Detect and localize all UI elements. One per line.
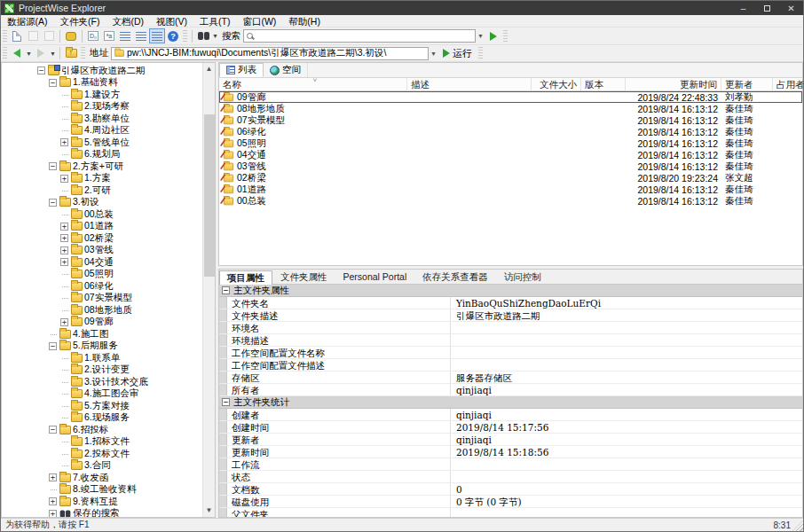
tree-item[interactable]: +02桥梁 (2, 232, 202, 245)
search-input[interactable] (243, 29, 476, 43)
tree-item[interactable]: 6.规划局 (2, 149, 202, 161)
toolbar-grip[interactable] (3, 30, 7, 43)
list-view-button[interactable] (149, 28, 165, 43)
tree-scrollbar[interactable]: ▲ ▼ (202, 63, 215, 517)
tree-item[interactable]: 05照明 (2, 269, 202, 281)
address-input[interactable]: pw:\\JNCJ-BIM:fuwuqi\Documents\引爆区市政道路二期… (111, 47, 429, 60)
menu-item[interactable]: 视图(V) (150, 15, 193, 27)
tree-item[interactable]: −6.招投标 (2, 424, 202, 436)
column-header-描述[interactable]: 描述 (407, 78, 532, 90)
toolbar-grip[interactable] (478, 47, 483, 59)
properties-tab[interactable]: 访问控制 (496, 270, 549, 284)
tree-item[interactable]: +09管廊 (2, 317, 202, 329)
tree-item[interactable]: 2.可研 (2, 184, 202, 197)
search-tool-button[interactable] (195, 28, 211, 43)
menu-item[interactable]: 数据源(A) (1, 15, 54, 27)
tree-item[interactable]: 4.周边社区 (2, 125, 202, 137)
tree-expander-minus-icon[interactable]: − (49, 426, 57, 434)
search-combo-arrow[interactable]: ▼ (476, 30, 485, 42)
column-header-更新时间[interactable]: 更新时间 (626, 78, 721, 90)
tree-expander-plus-icon[interactable]: + (60, 175, 68, 183)
column-header-占用者[interactable]: 占用者 (773, 78, 804, 90)
tree-item[interactable]: +03管线 (2, 245, 202, 257)
tree-item[interactable]: −引爆区市政道路二期 (2, 65, 202, 77)
export-button[interactable] (63, 28, 79, 43)
toolbar-grip[interactable] (3, 47, 7, 59)
tree-expander-minus-icon[interactable]: − (49, 79, 57, 87)
tree-item[interactable]: 5.方案对接 (2, 400, 202, 412)
property-section-header[interactable]: −主文件夹属性 (219, 285, 802, 297)
toolbar-grip[interactable] (503, 30, 508, 43)
tree-item[interactable]: +04交通 (2, 256, 202, 269)
list-item[interactable]: 06绿化2019/8/14 16:13:12秦佳琦 (219, 126, 802, 137)
properties-tab[interactable]: Personal Portal (335, 270, 415, 284)
back-dropdown[interactable]: ▼ (25, 51, 33, 57)
tree-item[interactable]: −2.方案+可研 (2, 160, 202, 173)
properties-tab[interactable]: 文件夹属性 (272, 270, 335, 284)
tree-item[interactable]: −1.基础资料 (2, 77, 202, 90)
tree-scrollbar-track[interactable] (203, 75, 216, 505)
toolbar-grip[interactable] (183, 30, 187, 43)
toolbar-grip[interactable] (81, 47, 85, 59)
minimize-button[interactable]: – (731, 1, 755, 15)
tree-item[interactable]: 08地形地质 (2, 304, 202, 317)
run-button[interactable]: 运行 (438, 46, 477, 60)
close-button[interactable]: ✕ (779, 1, 803, 15)
up-folder-button[interactable] (63, 46, 79, 61)
back-button[interactable] (9, 46, 25, 61)
small-icons-view-button[interactable] (117, 28, 133, 43)
tree-item[interactable]: 2.现场考察 (2, 101, 202, 113)
tree-item[interactable]: 00总装 (2, 208, 202, 221)
properties-tab[interactable]: 依存关系查看器 (414, 270, 496, 284)
tree-item[interactable]: +保存的搜索 (2, 508, 202, 518)
tree-item[interactable]: 3.合同 (2, 460, 202, 473)
menu-item[interactable]: 文档(D) (106, 15, 150, 27)
menu-item[interactable]: 工具(T) (193, 15, 236, 27)
new-document-button[interactable] (9, 28, 25, 43)
tree-expander-plus-icon[interactable]: + (49, 473, 57, 481)
collapse-icon[interactable]: − (222, 286, 230, 294)
tree-item[interactable]: +01道路 (2, 221, 202, 233)
column-header-名称[interactable]: 名称˅ (219, 78, 407, 90)
tree-item[interactable]: 4.施工图会审 (2, 388, 202, 401)
search-run-button[interactable] (485, 28, 501, 43)
tree-item[interactable]: 07实景模型 (2, 293, 202, 305)
tree-item[interactable]: 06绿化 (2, 280, 202, 293)
scroll-down-icon[interactable]: ▼ (203, 505, 216, 517)
tree-item[interactable]: 4.施工图 (2, 328, 202, 340)
properties-tab[interactable]: 项目属性 (219, 270, 272, 285)
search-tool-dropdown[interactable]: ▼ (211, 33, 219, 39)
tree-expander-minus-icon[interactable]: − (37, 66, 45, 74)
tree-expander-plus-icon[interactable]: + (60, 246, 68, 254)
list-item[interactable]: 04交通2019/8/14 16:13:12秦佳琦 (219, 149, 802, 160)
forward-dropdown[interactable]: ▼ (49, 51, 57, 57)
tree-expander-plus-icon[interactable]: + (60, 223, 68, 231)
tree-expander-minus-icon[interactable]: − (49, 342, 57, 350)
column-header-文件大小[interactable]: 文件大小 (532, 78, 581, 90)
rename-button[interactable]: ªa (101, 28, 117, 43)
tab-list[interactable]: 列表 (219, 63, 264, 77)
maximize-button[interactable] (755, 1, 779, 15)
copy-button[interactable] (25, 28, 41, 43)
list-item[interactable]: 02桥梁2019/8/20 19:23:24张文超 (219, 172, 802, 184)
tree-expander-plus-icon[interactable]: + (60, 234, 68, 242)
menu-item[interactable]: 窗口(W) (236, 15, 282, 27)
paste-button[interactable] (41, 28, 57, 43)
list-item[interactable]: 05照明2019/8/14 16:13:12秦佳琦 (219, 137, 802, 149)
tree-item[interactable]: +7.收发函 (2, 472, 202, 484)
list-item[interactable]: 03管线2019/8/14 16:13:12秦佳琦 (219, 160, 802, 172)
tree-item[interactable]: 3.设计技术交底 (2, 376, 202, 388)
tab-spatial[interactable]: 空间 (264, 63, 308, 77)
help-button[interactable]: ? (165, 28, 181, 43)
tree-item[interactable]: 1.建设方 (2, 89, 202, 101)
tree-expander-plus-icon[interactable]: + (60, 258, 68, 266)
list-item[interactable]: 00总装2019/8/14 16:13:12秦佳琦 (219, 195, 802, 207)
menu-item[interactable]: 文件夹(F) (54, 15, 106, 27)
details-view-button[interactable] (133, 28, 149, 43)
tree-expander-minus-icon[interactable]: − (49, 199, 57, 207)
property-section-header[interactable]: −主文件夹统计 (219, 396, 802, 409)
tree-item[interactable]: +5.管线单位 (2, 137, 202, 149)
menu-item[interactable]: 帮助(H) (282, 15, 327, 27)
tree-item[interactable]: 1.招标文件 (2, 436, 202, 449)
collapse-icon[interactable]: − (222, 398, 230, 406)
